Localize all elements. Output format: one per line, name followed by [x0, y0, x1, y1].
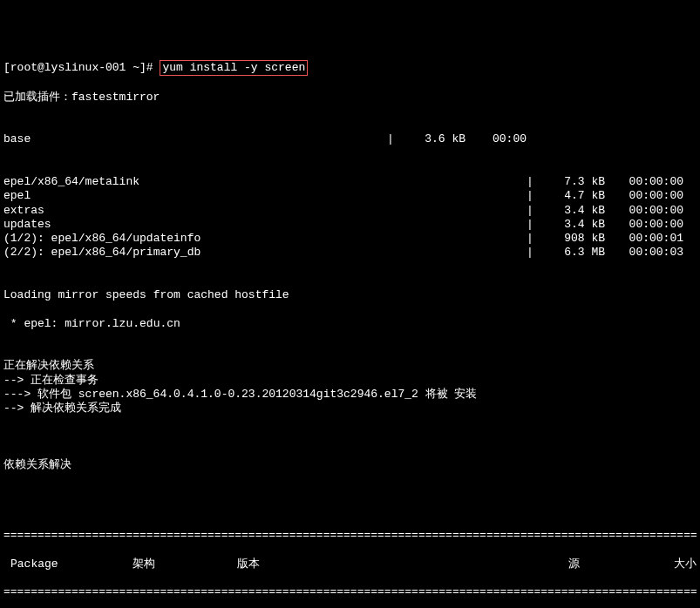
hdr-package: Package — [10, 557, 133, 571]
repo-row: (1/2): epel/x86_64/updateinfo|908 kB00:0… — [3, 232, 697, 246]
repo-name: (1/2): epel/x86_64/updateinfo — [3, 232, 527, 246]
repo-name: (2/2): epel/x86_64/primary_db — [3, 246, 527, 260]
repo-size: 4.7 kB — [544, 189, 605, 203]
repo-time: 00:00:00 — [605, 204, 683, 218]
hdr-size: 大小 — [638, 557, 697, 571]
pipe: | — [387, 132, 404, 146]
loading-mirror: Loading mirror speeds from cached hostfi… — [3, 288, 697, 302]
prompt-line: [root@lyslinux-001 ~]# yum install -y sc… — [3, 60, 697, 76]
hdr-arch: 架构 — [133, 557, 237, 571]
repo-row: extras|3.4 kB00:00:00 — [3, 204, 697, 218]
dep-resolved: 依赖关系解决 — [3, 458, 697, 472]
blank — [3, 430, 697, 444]
dep-line: ---> 软件包 screen.x86_64.0.4.1.0-0.23.2012… — [3, 388, 697, 402]
repo-size: 7.3 kB — [544, 175, 605, 189]
command-text: yum install -y screen — [162, 61, 305, 74]
repo-row: (2/2): epel/x86_64/primary_db|6.3 MB00:0… — [3, 246, 697, 260]
repo-size: 908 kB — [544, 232, 605, 246]
table-header: Package架构版本源大小 — [3, 557, 697, 571]
divider: ========================================… — [3, 585, 697, 599]
epel-mirror: * epel: mirror.lzu.edu.cn — [3, 317, 697, 331]
repo-name: epel/x86_64/metalink — [3, 175, 527, 189]
repo-name: base — [3, 132, 387, 146]
pipe: | — [527, 175, 544, 189]
pipe: | — [527, 204, 544, 218]
repo-size: 6.3 MB — [544, 246, 605, 260]
dep-line: --> 解决依赖关系完成 — [3, 402, 697, 415]
dep-line: --> 正在检查事务 — [3, 374, 697, 388]
hdr-repo: 源 — [568, 557, 638, 571]
pipe: | — [527, 246, 544, 260]
repo-name: updates — [3, 218, 527, 232]
repo-time: 00:00 — [466, 132, 527, 146]
blank — [3, 487, 697, 501]
repo-time: 00:00:01 — [605, 232, 683, 246]
pipe: | — [527, 232, 544, 246]
pipe: | — [527, 218, 544, 232]
command-highlight[interactable]: yum install -y screen — [160, 60, 308, 76]
repo-name: epel — [3, 189, 527, 203]
repo-time: 00:00:00 — [605, 175, 683, 189]
shell-prompt: [root@lyslinux-001 ~]# — [3, 61, 160, 74]
divider: ========================================… — [3, 529, 697, 543]
pipe: | — [527, 189, 544, 203]
repo-size: 3.6 kB — [404, 132, 466, 146]
repo-time: 00:00:00 — [605, 218, 683, 232]
repo-time: 00:00:03 — [605, 246, 683, 260]
repo-row: epel|4.7 kB00:00:00 — [3, 189, 697, 203]
repo-time: 00:00:00 — [605, 189, 683, 203]
repo-row: epel/x86_64/metalink|7.3 kB00:00:00 — [3, 175, 697, 189]
hdr-version: 版本 — [237, 557, 568, 571]
dep-line: 正在解决依赖关系 — [3, 359, 697, 373]
repo-name: extras — [3, 204, 527, 218]
repo-size: 3.4 kB — [544, 218, 605, 232]
plugins-line: 已加载插件：fastestmirror — [3, 91, 697, 105]
repo-row: updates|3.4 kB00:00:00 — [3, 218, 697, 232]
repo-size: 3.4 kB — [544, 204, 605, 218]
repo-row-base: base|3.6 kB00:00 — [3, 132, 697, 146]
